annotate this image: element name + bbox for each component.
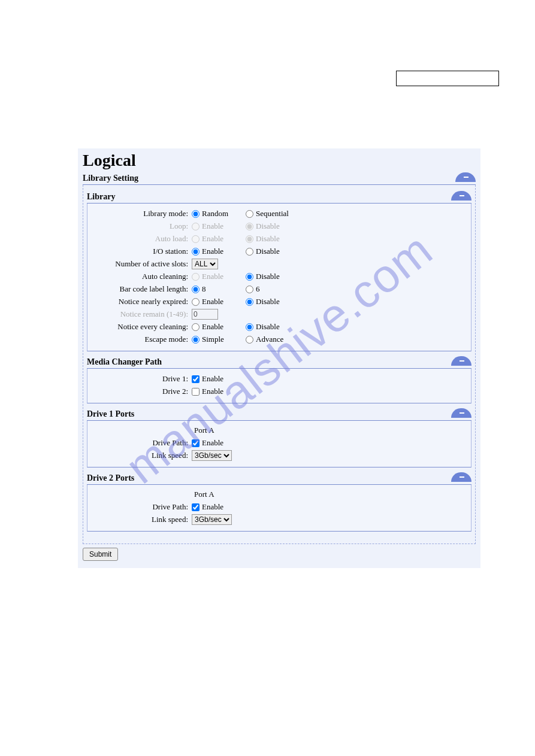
row-every-clean: Notice every cleaning: Enable Disable — [91, 321, 467, 333]
sub-mcp-header: Media Changer Path — [87, 357, 471, 367]
collapse-icon[interactable] — [451, 356, 471, 366]
select-slots[interactable]: ALL — [192, 259, 218, 269]
opt-loop-disable: Disable — [256, 221, 280, 231]
label-d2-speed: Link speed: — [91, 515, 192, 524]
row-autoload: Auto load: Enable Disable — [91, 233, 467, 245]
label-autoclean: Auto cleaning: — [91, 272, 192, 281]
opt-sequential: Sequential — [256, 209, 289, 218]
section-library-setting: Library Setting — [83, 174, 476, 183]
d2-port-header: Port A — [194, 488, 467, 500]
opt-mcp-drive1: Enable — [202, 374, 223, 384]
opt-loop-enable: Enable — [202, 221, 223, 231]
opt-autoclean-enable: Enable — [202, 272, 223, 281]
collapse-icon[interactable] — [451, 191, 471, 201]
radio-barcode-8[interactable] — [192, 286, 200, 293]
radio-every-clean-enable[interactable] — [192, 323, 200, 331]
opt-escape-advance: Advance — [256, 335, 283, 344]
opt-mcp-drive2: Enable — [202, 387, 223, 396]
label-loop: Loop: — [91, 221, 192, 231]
opt-io-enable: Enable — [202, 247, 223, 256]
library-setting-frame: Library Library mode: Random Sequential … — [83, 185, 476, 544]
row-d1-path: Drive Path: Enable — [91, 437, 467, 449]
label-d2-path: Drive Path: — [91, 502, 192, 512]
label-remain: Notice remain (1-49): — [91, 309, 192, 319]
radio-notice-exp-disable[interactable] — [246, 298, 253, 306]
opt-barcode-6: 6 — [256, 284, 260, 294]
radio-library-mode-random[interactable] — [192, 210, 200, 218]
select-d2-speed[interactable]: 3Gb/sec — [192, 514, 232, 525]
label-barcode: Bar code label length: — [91, 284, 192, 294]
row-slots: Number of active slots: ALL — [91, 258, 467, 270]
label-io: I/O station: — [91, 247, 192, 256]
opt-every-clean-disable: Disable — [256, 322, 280, 332]
collapse-icon[interactable] — [451, 472, 471, 482]
label-slots: Number of active slots: — [91, 259, 192, 269]
radio-autoclean-disable[interactable] — [246, 273, 253, 281]
row-autoclean: Auto cleaning: Enable Disable — [91, 271, 467, 283]
d2-box: Port A Drive Path: Enable Link speed: 3G… — [87, 485, 471, 532]
row-mcp-drive1: Drive 1: Enable — [91, 373, 467, 385]
label-mcp-drive2: Drive 2: — [91, 387, 192, 396]
check-d1-path[interactable] — [192, 439, 200, 447]
radio-autoload-disable — [246, 235, 253, 243]
row-d1-speed: Link speed: 3Gb/sec — [91, 450, 467, 462]
library-box: Library mode: Random Sequential Loop: En… — [87, 204, 471, 351]
label-escape: Escape mode: — [91, 335, 192, 344]
radio-every-clean-disable[interactable] — [246, 323, 253, 331]
opt-io-disable: Disable — [256, 247, 280, 256]
radio-loop-enable — [192, 223, 200, 230]
label-d1-speed: Link speed: — [91, 451, 192, 460]
check-d2-path[interactable] — [192, 503, 200, 511]
radio-autoclean-enable — [192, 273, 200, 281]
select-d1-speed[interactable]: 3Gb/sec — [192, 450, 232, 461]
logical-panel: manualshive.com Logical Library Setting … — [78, 148, 480, 568]
sub-library-header: Library — [87, 192, 471, 202]
row-notice-remain: Notice remain (1-49): — [91, 308, 467, 320]
radio-io-disable[interactable] — [246, 248, 253, 256]
opt-d2-path: Enable — [202, 502, 223, 512]
row-notice-expired: Notice nearly expired: Enable Disable — [91, 296, 467, 308]
row-loop: Loop: Enable Disable — [91, 220, 467, 232]
mcp-box: Drive 1: Enable Drive 2: Enable — [87, 369, 471, 403]
opt-autoload-disable: Disable — [256, 234, 280, 244]
submit-button[interactable]: Submit — [83, 548, 118, 561]
label-every-clean: Notice every cleaning: — [91, 322, 192, 332]
section-title-text: Library Setting — [83, 174, 138, 183]
check-mcp-drive1[interactable] — [192, 375, 200, 383]
label-autoload: Auto load: — [91, 234, 192, 244]
row-mcp-drive2: Drive 2: Enable — [91, 385, 467, 397]
opt-autoclean-disable: Disable — [256, 272, 280, 281]
sub-d2-title: Drive 2 Ports — [87, 473, 134, 482]
radio-barcode-6[interactable] — [246, 286, 253, 293]
collapse-icon[interactable] — [455, 172, 476, 182]
opt-notice-exp-disable: Disable — [256, 297, 280, 306]
collapse-icon[interactable] — [451, 408, 471, 418]
row-escape: Escape mode: Simple Advance — [91, 333, 467, 345]
page-title: Logical — [83, 151, 476, 170]
label-library-mode: Library mode: — [91, 209, 192, 218]
d1-box: Port A Drive Path: Enable Link speed: 3G… — [87, 421, 471, 467]
row-d2-path: Drive Path: Enable — [91, 501, 467, 513]
radio-escape-advance[interactable] — [246, 336, 253, 344]
row-library-mode: Library mode: Random Sequential — [91, 208, 467, 220]
row-barcode: Bar code label length: 8 6 — [91, 283, 467, 295]
sub-d2-header: Drive 2 Ports — [87, 473, 471, 483]
opt-d1-path: Enable — [202, 438, 223, 448]
sub-d1-title: Drive 1 Ports — [87, 409, 134, 418]
opt-autoload-enable: Enable — [202, 234, 223, 244]
label-notice-exp: Notice nearly expired: — [91, 297, 192, 306]
radio-escape-simple[interactable] — [192, 336, 200, 344]
radio-io-enable[interactable] — [192, 248, 200, 256]
top-decorative-box — [396, 71, 499, 86]
opt-barcode-8: 8 — [202, 284, 206, 294]
d1-port-header: Port A — [194, 424, 467, 436]
check-mcp-drive2[interactable] — [192, 388, 200, 396]
opt-escape-simple: Simple — [202, 335, 224, 344]
sub-d1-header: Drive 1 Ports — [87, 409, 471, 419]
radio-library-mode-sequential[interactable] — [246, 210, 253, 218]
opt-every-clean-enable: Enable — [202, 322, 223, 332]
radio-notice-exp-enable[interactable] — [192, 298, 200, 306]
radio-loop-disable — [246, 223, 253, 230]
input-remain — [192, 309, 218, 320]
row-io-station: I/O station: Enable Disable — [91, 245, 467, 257]
